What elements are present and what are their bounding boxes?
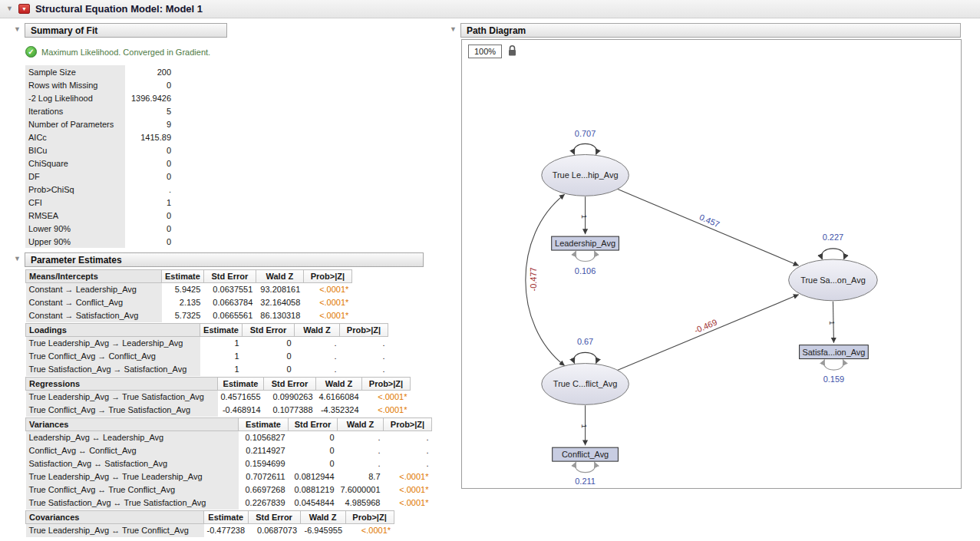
group-header: Regressions xyxy=(26,378,218,391)
table-row: True Conflict_Avg → Conflict_Avg 1 0 . . xyxy=(26,350,388,363)
node-label: True Sa...on_Avg xyxy=(800,275,866,285)
wald-z-cell: . xyxy=(295,350,340,363)
covariances-table: Covariances Estimate Std Error Wald Z Pr… xyxy=(25,510,394,537)
column-header: Estimate xyxy=(218,378,264,391)
node-label: Satisfa...ion_Avg xyxy=(802,348,865,357)
disclosure-triangle-estimates[interactable]: ▼ xyxy=(14,256,21,262)
covariance-label-lead-conf: -0.477 xyxy=(529,267,538,291)
stat-label: Lower 90% xyxy=(25,222,125,235)
lock-icon[interactable] xyxy=(507,45,517,60)
regression-edge-true-leadership-true-satisfaction[interactable] xyxy=(617,189,798,266)
summary-of-fit-header: ▼ Summary of Fit xyxy=(14,23,227,38)
summary-row: RMSEA 0 xyxy=(25,209,174,222)
std-error-cell: 0 xyxy=(243,337,295,350)
stat-value: 200 xyxy=(125,65,174,78)
regressions-table: Regressions Estimate Std Error Wald Z Pr… xyxy=(25,377,411,417)
column-header: Wald Z xyxy=(316,378,362,391)
summary-row: Sample Size 200 xyxy=(25,65,174,78)
node-true-leadership[interactable]: True Le...hip_Avg xyxy=(542,154,629,196)
variance-loop-true-leadership[interactable] xyxy=(574,143,597,154)
node-label: Conflict_Avg xyxy=(562,450,609,459)
stat-value: 9 xyxy=(125,117,174,130)
node-satisfaction[interactable]: Satisfa...ion_Avg xyxy=(800,345,869,359)
std-error-cell: 0.0881219 xyxy=(289,483,338,496)
table-row: True Leadership_Avg ↔ True Conflict_Avg … xyxy=(26,524,394,537)
stat-value: 0 xyxy=(125,235,174,248)
estimate-cell: 1 xyxy=(200,337,243,350)
node-conflict[interactable]: Conflict_Avg xyxy=(553,447,619,461)
loading-label-leadership: 1 xyxy=(580,214,589,219)
node-leadership[interactable]: Leadership_Avg xyxy=(552,236,619,250)
estimate-cell: 0.1056827 xyxy=(239,431,289,444)
residual-label-conflict: 0.211 xyxy=(575,477,596,486)
node-true-satisfaction[interactable]: True Sa...on_Avg xyxy=(789,259,878,301)
red-triangle-menu-button[interactable]: ▼ xyxy=(18,4,30,14)
prob-cell: <.0001* xyxy=(303,296,351,309)
stat-label: Prob>ChiSq xyxy=(25,183,125,196)
zoom-level-control[interactable]: 100% xyxy=(468,45,502,58)
stat-value: 0 xyxy=(125,143,174,157)
disclosure-triangle-diagram[interactable]: ▼ xyxy=(450,26,457,33)
prob-cell: <.0001* xyxy=(362,391,411,404)
stat-value: 1415.89 xyxy=(125,130,174,143)
summary-of-fit-title: Summary of Fit xyxy=(25,23,227,38)
column-header: Std Error xyxy=(248,511,300,524)
estimate-cell: 5.7325 xyxy=(162,309,204,322)
summary-row: BICu 0 xyxy=(25,143,174,157)
table-row: Conflict_Avg ↔ Conflict_Avg 0.2114927 0 … xyxy=(26,444,432,457)
disclosure-triangle-summary[interactable]: ▼ xyxy=(14,26,21,33)
estimate-cell: 0.6697268 xyxy=(239,483,289,496)
regression-edge-true-conflict-true-satisfaction[interactable] xyxy=(617,295,798,371)
stat-label: AICc xyxy=(25,130,125,143)
wald-z-cell: 7.6000001 xyxy=(338,483,384,496)
summary-row: ChiSquare 0 xyxy=(25,157,174,170)
regression-label-lead-sat: 0.457 xyxy=(698,213,721,229)
wald-z-cell: . xyxy=(338,431,384,444)
estimate-cell: 5.9425 xyxy=(162,283,204,296)
summary-of-fit-table: Sample Size 200 Rows with Missing 0 -2 L… xyxy=(25,65,174,248)
summary-row: Rows with Missing 0 xyxy=(25,78,174,91)
std-error-cell: 0 xyxy=(289,457,338,470)
stat-label: -2 Log Likelihood xyxy=(25,91,125,104)
group-header: Variances xyxy=(26,418,239,431)
estimate-cell: -0.477238 xyxy=(204,524,249,537)
prob-cell: <.0001* xyxy=(384,496,432,510)
column-header: Std Error xyxy=(289,418,338,431)
variance-label-true-conflict: 0.67 xyxy=(577,337,593,346)
table-row: Leadership_Avg ↔ Leadership_Avg 0.105682… xyxy=(26,431,432,444)
residual-loop-conflict[interactable] xyxy=(576,462,596,472)
std-error-cell: 0.0687073 xyxy=(248,524,300,537)
residual-loop-leadership[interactable] xyxy=(576,251,596,261)
prob-cell: <.0001* xyxy=(362,404,411,417)
variance-loop-true-satisfaction[interactable] xyxy=(822,249,845,259)
means-intercepts-table: Means/Intercepts Estimate Std Error Wald… xyxy=(25,269,352,322)
wald-z-cell: 32.164058 xyxy=(256,296,303,309)
summary-row: -2 Log Likelihood 1396.9426 xyxy=(25,91,174,104)
std-error-cell: 0.0665561 xyxy=(203,309,256,322)
wald-z-cell: -6.945955 xyxy=(300,524,345,537)
std-error-cell: 0.0663784 xyxy=(203,296,256,309)
variance-loop-true-conflict[interactable] xyxy=(574,352,597,363)
residual-loop-satisfaction[interactable] xyxy=(823,360,843,370)
column-header: Wald Z xyxy=(295,324,340,337)
prob-cell: . xyxy=(340,350,388,363)
convergence-message: Maximum Likelihood. Converged in Gradien… xyxy=(41,48,210,57)
table-row: True Satisfaction_Avg → Satisfaction_Avg… xyxy=(26,363,388,376)
estimate-cell: 0.7072611 xyxy=(239,470,289,483)
window-title-bar: ▼ ▼ Structural Equation Model: Model 1 xyxy=(0,0,980,18)
node-true-conflict[interactable]: True C...flict_Avg xyxy=(542,364,629,405)
param-label: True Conflict_Avg ↔ True Conflict_Avg xyxy=(26,483,239,496)
prob-cell: <.0001* xyxy=(303,283,351,296)
table-row: Constant → Satisfaction_Avg 5.7325 0.066… xyxy=(26,309,352,322)
estimate-cell: 0.2114927 xyxy=(239,444,289,457)
param-label: True Satisfaction_Avg ↔ True Satisfactio… xyxy=(26,496,239,510)
group-header: Means/Intercepts xyxy=(26,270,162,283)
std-error-cell: 0 xyxy=(243,363,295,376)
summary-row: Upper 90% 0 xyxy=(25,235,174,248)
disclosure-triangle-main[interactable]: ▼ xyxy=(6,5,13,12)
wald-z-cell: 86.130318 xyxy=(256,309,303,322)
column-header: Wald Z xyxy=(256,270,303,283)
param-label: True Conflict_Avg → True Satisfaction_Av… xyxy=(26,404,218,417)
path-diagram-canvas[interactable]: True Le...hip_Avg True Sa...on_Avg True … xyxy=(462,40,961,488)
column-header: Prob>|Z| xyxy=(384,418,432,431)
